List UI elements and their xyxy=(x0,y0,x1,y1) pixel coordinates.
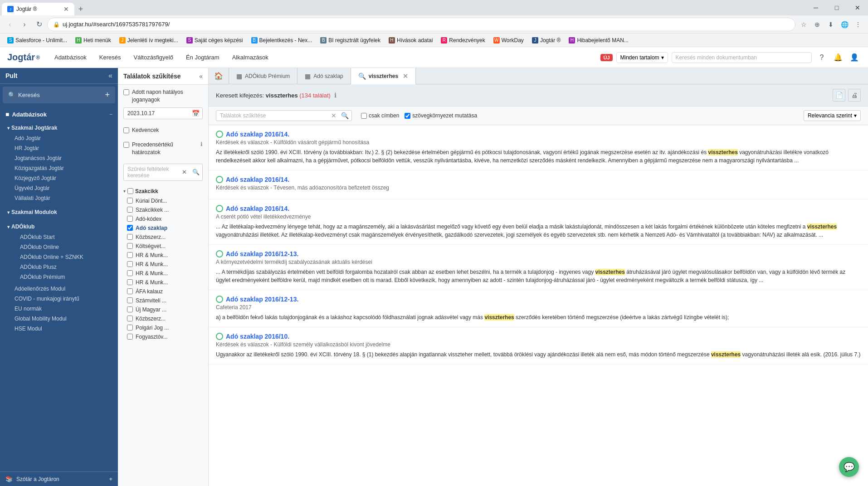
chat-button[interactable]: 💬 xyxy=(839,457,859,477)
adatbazisok-minus[interactable]: − xyxy=(109,111,112,117)
sort-dropdown[interactable]: Relevancia szerint ▾ xyxy=(804,110,861,121)
nav-kereses[interactable]: Keresés xyxy=(94,51,127,63)
filter-date-input[interactable]: 2023.10.17 📅 xyxy=(123,107,203,119)
sidebar-item-covid[interactable]: COVID - munkajogi iránytű xyxy=(0,294,118,304)
checkbox-szakcikkek[interactable] xyxy=(127,207,133,213)
extension-button[interactable]: ⊕ xyxy=(811,18,824,31)
filter-check-adott-napon[interactable]: Adott napon hatályos joganyagok xyxy=(118,85,208,107)
sidebar-item-ugyvéd[interactable]: Ügyvéd Jogtár xyxy=(0,183,118,193)
active-browser-tab[interactable]: J Jogtár ® ✕ xyxy=(2,3,74,15)
checkbox-szakcikk[interactable] xyxy=(127,188,133,194)
sidebar-item-global-mobility[interactable]: Global Mobility Modul xyxy=(0,314,118,324)
maximize-button[interactable]: □ xyxy=(826,0,847,15)
bookmark-hivasok[interactable]: H Hívások adatai xyxy=(385,36,436,44)
global-search-input[interactable]: Keresés minden dokumentumban xyxy=(672,52,812,63)
bookmark-workday[interactable]: W WorkDay xyxy=(490,36,527,44)
sidebar-item-adoklub-plusz[interactable]: ADÓklub Plusz xyxy=(0,262,118,272)
tab-adoklub-premium[interactable]: ▦ ADÓklub Prémium xyxy=(229,68,297,84)
results-print-btn[interactable]: 🖨 xyxy=(848,89,861,102)
checkbox-fogyasztov[interactable] xyxy=(127,334,133,340)
bookmark-bejelentkezes[interactable]: B Bejelentkezés - Nex... xyxy=(248,36,316,44)
checkbox-uj-magyar[interactable] xyxy=(127,306,133,312)
sidebar-szakmai-jogtarak-header[interactable]: ▾ Szakmai Jogtárak xyxy=(0,122,118,133)
back-button[interactable]: ‹ xyxy=(4,18,16,31)
filter-clear-icon[interactable]: ✕ xyxy=(329,112,338,119)
filter-item-hr3[interactable]: HR & Munk... xyxy=(118,269,208,278)
nav-adatbazisok[interactable]: Adatbázisok xyxy=(49,51,92,63)
bookmark-star-button[interactable]: ☆ xyxy=(797,18,810,31)
result-title-2[interactable]: Adó szaklap 2016/14. xyxy=(216,176,861,183)
notifications-icon[interactable]: 🔔 xyxy=(832,51,844,64)
sidebar-item-kozjegyzo[interactable]: Közjegyző Jogtár xyxy=(0,173,118,183)
checkbox-csak-cimben[interactable]: csak címben xyxy=(361,112,399,119)
result-title-1[interactable]: Adó szaklap 2016/14. xyxy=(216,131,861,138)
sidebar-item-vallalati[interactable]: Vállalati Jogtár xyxy=(0,193,118,203)
filter-search[interactable]: Szűrési feltételek keresése ✕ 🔍 xyxy=(123,164,203,181)
checkbox-szamviteli[interactable] xyxy=(127,297,133,303)
results-download-btn[interactable]: 📄 xyxy=(833,89,845,102)
tab-visszterhes-close[interactable]: ✕ xyxy=(403,73,408,80)
sidebar-item-eu-normak[interactable]: EU normák xyxy=(0,304,118,314)
filter-item-hr4[interactable]: HR & Munk... xyxy=(118,278,208,287)
sidebar-item-hse[interactable]: HSE Modul xyxy=(0,324,118,334)
checkbox-kozbeszerz1[interactable] xyxy=(127,234,133,240)
filter-item-ado-szaklap[interactable]: Adó szaklap xyxy=(118,224,208,233)
checkbox-ado-szaklap[interactable] xyxy=(127,225,133,231)
sidebar-section-adatbazisok-header[interactable]: ■ Adatbázisok − xyxy=(0,108,118,121)
filter-item-kuriai[interactable]: Kúriai Dönt... xyxy=(118,196,208,205)
download-button[interactable]: ⬇ xyxy=(824,18,837,31)
sidebar-item-ado-jogtar[interactable]: Adó Jogtár xyxy=(0,133,118,143)
filter-item-hr2[interactable]: HR & Munk... xyxy=(118,260,208,269)
filter-collapse-button[interactable]: « xyxy=(199,73,203,80)
close-tab-button[interactable]: ✕ xyxy=(63,5,69,13)
more-button[interactable]: ⋮ xyxy=(852,18,864,31)
filter-check-kedvencek[interactable]: Kedvencek xyxy=(118,123,208,138)
sidebar-szakmai-modulok-header[interactable]: ▾ Szakmai Modulok xyxy=(0,207,118,218)
checkbox-polgari-jog[interactable] xyxy=(127,325,133,330)
input-csak-cimben[interactable] xyxy=(361,113,367,119)
sidebar-search-add[interactable]: + xyxy=(105,90,110,100)
filter-item-szakcikkek[interactable]: Szakcikkek ... xyxy=(118,205,208,214)
sidebar-item-hr-jogtar[interactable]: HR Jogtár xyxy=(0,143,118,153)
bookmark-heti-menu[interactable]: H Heti menük xyxy=(72,36,115,44)
filter-item-fogyasztov[interactable]: Fogyasztóv... xyxy=(118,332,208,341)
checkbox-hr3[interactable] xyxy=(127,270,133,276)
checkbox-adott-napon[interactable] xyxy=(123,89,129,95)
forward-button[interactable]: › xyxy=(18,18,31,31)
filter-item-kozbeszerz1[interactable]: Közbszerz... xyxy=(118,233,208,242)
bookmark-rendezvenyek[interactable]: R Rendezvények xyxy=(437,36,488,44)
filter-item-uj-magyar[interactable]: Új Magyar ... xyxy=(118,305,208,314)
filter-check-precedens[interactable]: Precedensértékű határozatok ℹ xyxy=(118,137,208,160)
input-szovegkornyezet[interactable] xyxy=(405,113,410,119)
nav-en-jogtaram[interactable]: Én Jogtáram xyxy=(180,51,225,63)
checkbox-kuriai[interactable] xyxy=(127,198,133,204)
bookmark-sajat[interactable]: S Saját céges képzési xyxy=(183,36,247,44)
tab-visszterhes[interactable]: 🔍 visszterhes ✕ xyxy=(351,68,416,84)
new-tab-button[interactable]: + xyxy=(74,3,87,15)
app-logo[interactable]: Jogtár® xyxy=(7,52,40,63)
sidebar-item-adoklub-online[interactable]: ADÓklub Online xyxy=(0,242,118,252)
result-title-6[interactable]: Adó szaklap 2016/10. xyxy=(216,333,861,340)
checkbox-szovegkornyezet[interactable]: szövegkörnyezet mutatása xyxy=(405,112,477,119)
sidebar-collapse-button[interactable]: « xyxy=(108,72,112,80)
filter-item-szamviteli[interactable]: Számviteli ... xyxy=(118,296,208,305)
result-title-4[interactable]: Adó szaklap 2016/12-13. xyxy=(216,250,861,258)
sidebar-footer[interactable]: 📚 Szótár a Jogtáron + xyxy=(0,471,118,486)
sidebar-item-adoklub-online-sznkk[interactable]: ADÓklub Online + SZNKK xyxy=(0,252,118,262)
results-info-icon[interactable]: ℹ xyxy=(334,92,336,99)
checkbox-koltsegvet[interactable] xyxy=(127,243,133,249)
minimize-button[interactable]: ─ xyxy=(805,0,826,15)
filter-item-polgari-jog[interactable]: Polgári Jog ... xyxy=(118,323,208,332)
refresh-button[interactable]: ↻ xyxy=(33,18,45,31)
globe-button[interactable]: 🌐 xyxy=(838,18,851,31)
checkbox-kedvencek[interactable] xyxy=(123,127,129,133)
sidebar-item-adoklub-start[interactable]: ADÓklub Start xyxy=(0,232,118,242)
filter-section-szakcikk-header[interactable]: ▾ Szakcikk xyxy=(118,186,208,196)
bookmark-bi[interactable]: B BI regisztrált ügyfelek xyxy=(317,36,384,44)
nav-alkalmazasok[interactable]: Alkalmazások xyxy=(227,51,274,63)
sidebar-adoklub-header[interactable]: ▾ ADÓklub xyxy=(0,221,118,232)
close-window-button[interactable]: ✕ xyxy=(847,0,868,15)
content-filter-dropdown[interactable]: Minden tartalom ▾ xyxy=(616,52,668,63)
filter-item-koltsegvet[interactable]: Költségvet... xyxy=(118,242,208,251)
sidebar-item-adoklub-premium[interactable]: ADÓklub Prémium xyxy=(0,272,118,282)
